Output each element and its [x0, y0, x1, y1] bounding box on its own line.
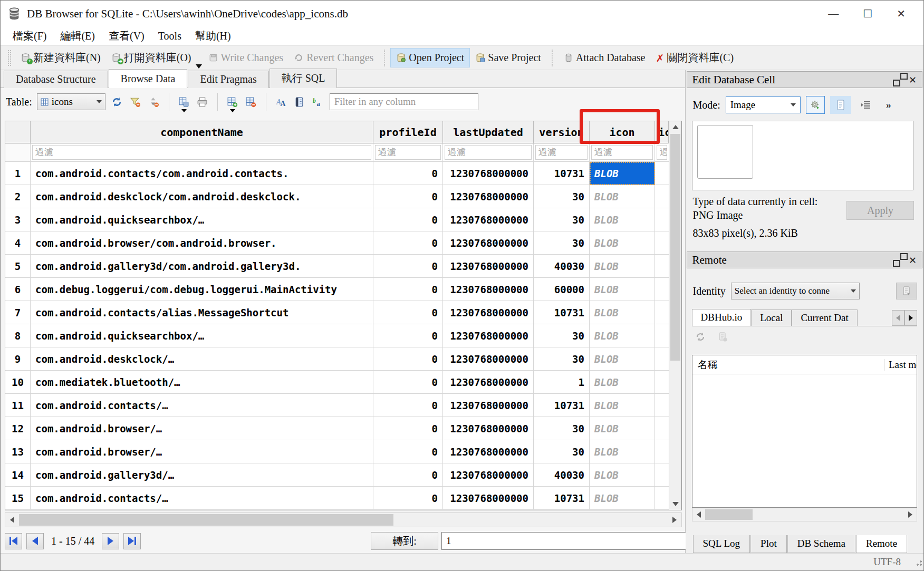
tab-browse-data[interactable]: Browse Data	[109, 69, 188, 88]
cell-componentName[interactable]: com.android.contacts/…	[31, 394, 373, 417]
cell-profileId[interactable]: 0	[373, 440, 443, 463]
cell-profileId[interactable]: 0	[373, 347, 443, 371]
row-number[interactable]: 7	[5, 301, 31, 324]
cell-icon[interactable]: BLOB	[590, 463, 655, 487]
filter-input-icon[interactable]: 過濾	[591, 145, 653, 160]
close-button[interactable]: ✕	[897, 7, 906, 20]
auto-apply-button[interactable]	[806, 96, 825, 114]
menu-help[interactable]: 幫助(H)	[188, 28, 238, 44]
column-header-profileId[interactable]: profileId	[373, 121, 443, 143]
filter-input-cut[interactable]: 過濾	[657, 145, 667, 160]
cell-icon[interactable]: BLOB	[590, 278, 655, 301]
apply-button[interactable]: Apply	[846, 201, 914, 220]
encoding-button[interactable]: ba	[311, 94, 325, 110]
table-row[interactable]: 1com.android.contacts/com.android.contac…	[5, 162, 669, 185]
cell-lastUpdated[interactable]: 1230768000000	[443, 208, 534, 231]
cell-cut[interactable]	[655, 347, 669, 371]
grid-horizontal-scrollbar[interactable]	[5, 512, 682, 527]
cell-version[interactable]: 10731	[534, 394, 590, 417]
import-certificate-button[interactable]	[896, 283, 917, 299]
remote-list-header-name[interactable]: 名稱	[692, 358, 884, 372]
close-panel-icon[interactable]: ✕	[909, 74, 917, 85]
row-number[interactable]: 3	[5, 208, 31, 231]
table-row[interactable]: 13com.android.browser/…0123076800000030B…	[5, 440, 669, 463]
remote-refresh-icon[interactable]	[695, 332, 706, 342]
menu-edit[interactable]: 編輯(E)	[53, 28, 102, 44]
close-panel-icon[interactable]: ✕	[909, 255, 917, 266]
cell-icon[interactable]: BLOB	[590, 440, 655, 463]
cell-cut[interactable]	[655, 231, 669, 255]
revert-changes-button[interactable]: Revert Changes	[288, 49, 379, 67]
tab-database-structure[interactable]: Database Structure	[4, 71, 108, 88]
minimize-button[interactable]: —	[828, 8, 839, 20]
first-page-button[interactable]	[5, 533, 22, 549]
row-number[interactable]: 1	[5, 162, 31, 185]
table-row[interactable]: 5com.android.gallery3d/com.android.galle…	[5, 255, 669, 278]
refresh-button[interactable]	[110, 94, 124, 110]
remote-tab-local[interactable]: Local	[751, 309, 792, 326]
cell-cut[interactable]	[655, 371, 669, 394]
tab-execute-sql[interactable]: 執行 SQL	[270, 69, 338, 88]
cell-lastUpdated[interactable]: 1230768000000	[443, 463, 534, 487]
column-header-cut[interactable]: ic	[655, 121, 669, 143]
grid-vertical-scrollbar[interactable]	[669, 121, 681, 510]
resize-grip[interactable]	[915, 558, 922, 566]
scroll-right-button[interactable]	[668, 513, 681, 527]
cell-profileId[interactable]: 0	[373, 278, 443, 301]
cell-version[interactable]: 30	[534, 208, 590, 231]
cell-cut[interactable]	[655, 463, 669, 487]
cell-icon[interactable]: BLOB	[590, 417, 655, 440]
table-row[interactable]: 14com.android.gallery3d/…012307680000004…	[5, 463, 669, 487]
table-row[interactable]: 12com.android.browser/…0123076800000030B…	[5, 417, 669, 440]
filter-any-column-input[interactable]	[330, 93, 478, 110]
cell-version[interactable]: 30	[534, 440, 590, 463]
new-database-button[interactable]: + 新建資料庫(N)	[15, 47, 106, 68]
cell-version[interactable]: 30	[534, 417, 590, 440]
cell-lastUpdated[interactable]: 1230768000000	[443, 301, 534, 324]
cell-profileId[interactable]: 0	[373, 185, 443, 208]
cell-profileId[interactable]: 0	[373, 417, 443, 440]
cell-cut[interactable]	[655, 417, 669, 440]
cell-lastUpdated[interactable]: 1230768000000	[443, 487, 534, 510]
cell-componentName[interactable]: com.android.browser/…	[31, 440, 373, 463]
cell-componentName[interactable]: com.android.deskclock/…	[31, 347, 373, 371]
cell-lastUpdated[interactable]: 1230768000000	[443, 231, 534, 255]
tab-scroll-left-button[interactable]	[892, 310, 904, 326]
cell-icon[interactable]: BLOB	[590, 162, 655, 185]
cell-profileId[interactable]: 0	[373, 487, 443, 510]
row-number[interactable]: 10	[5, 371, 31, 394]
row-number[interactable]: 14	[5, 463, 31, 487]
dictionary-button[interactable]	[293, 94, 306, 110]
cell-icon[interactable]: BLOB	[590, 301, 655, 324]
cell-lastUpdated[interactable]: 1230768000000	[443, 394, 534, 417]
cell-cut[interactable]	[655, 278, 669, 301]
write-changes-button[interactable]: Write Changes	[203, 49, 289, 67]
cell-icon[interactable]: BLOB	[590, 371, 655, 394]
cell-lastUpdated[interactable]: 1230768000000	[443, 324, 534, 347]
cell-componentName[interactable]: com.android.quicksearchbox/…	[31, 208, 373, 231]
open-project-button[interactable]: Open Project	[390, 48, 470, 67]
cell-componentName[interactable]: com.android.browser/com.android.browser.	[31, 231, 373, 255]
dock-tab-remote[interactable]: Remote	[856, 535, 907, 553]
dock-tab-plot[interactable]: Plot	[750, 535, 787, 553]
table-row[interactable]: 4com.android.browser/com.android.browser…	[5, 231, 669, 255]
cell-lastUpdated[interactable]: 1230768000000	[443, 417, 534, 440]
cell-profileId[interactable]: 0	[373, 463, 443, 487]
cell-profileId[interactable]: 0	[373, 301, 443, 324]
filter-input-lastUpdated[interactable]: 過濾	[445, 145, 532, 160]
cell-componentName[interactable]: com.android.contacts/…	[31, 487, 373, 510]
horizontal-scrollbar-thumb[interactable]	[19, 514, 393, 526]
cell-version[interactable]: 10731	[534, 162, 590, 185]
cell-profileId[interactable]: 0	[373, 208, 443, 231]
cell-cut[interactable]	[655, 162, 669, 185]
column-header-version[interactable]: version	[534, 121, 590, 143]
cell-lastUpdated[interactable]: 1230768000000	[443, 162, 534, 185]
row-number[interactable]: 5	[5, 255, 31, 278]
cell-lastUpdated[interactable]: 1230768000000	[443, 255, 534, 278]
cell-lastUpdated[interactable]: 1230768000000	[443, 440, 534, 463]
cell-componentName[interactable]: com.android.contacts/com.android.contact…	[31, 162, 373, 185]
cell-version[interactable]: 30	[534, 347, 590, 371]
filter-input-componentName[interactable]: 過濾	[32, 145, 371, 160]
filter-input-profileId[interactable]: 過濾	[375, 145, 441, 160]
delete-record-button[interactable]	[244, 94, 258, 110]
